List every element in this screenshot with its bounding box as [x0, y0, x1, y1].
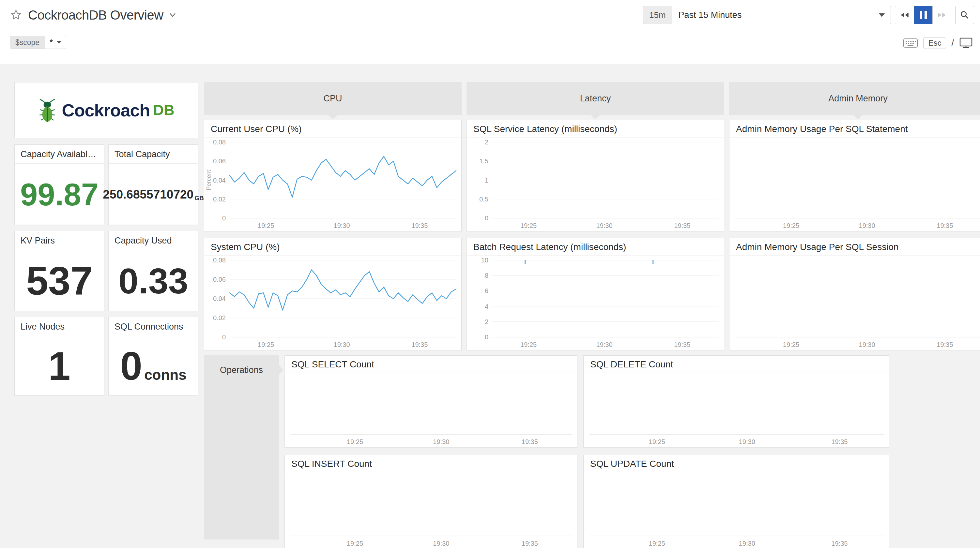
rewind-icon [900, 12, 910, 18]
svg-text:19:30: 19:30 [597, 341, 612, 348]
cockroachdb-logo-card[interactable]: Cockroach DB [14, 82, 198, 138]
chart-batch-request-latency[interactable]: Batch Request Latency (milliseconds) 108… [466, 238, 724, 351]
svg-text:1.5: 1.5 [479, 157, 488, 165]
svg-text:0.08: 0.08 [213, 257, 226, 264]
pause-button[interactable] [914, 6, 932, 24]
tv-mode-icon[interactable] [959, 37, 973, 49]
stat-kv-pairs[interactable]: KV Pairs 537 [14, 231, 104, 311]
svg-text:0.5: 0.5 [479, 195, 488, 203]
scope-variable-value-text: * [49, 38, 52, 47]
chart-system-cpu[interactable]: System CPU (%) 0.080.060.040.02019:2519:… [204, 238, 461, 351]
chart-plot-area[interactable]: 19:2519:3019:35 [285, 472, 577, 548]
cockroach-bug-icon [38, 98, 56, 122]
fast-forward-button[interactable] [932, 6, 951, 24]
rewind-button[interactable] [895, 6, 914, 24]
stat-unit: GB [194, 195, 204, 202]
chart-title: SQL UPDATE Count [584, 455, 889, 472]
playback-buttons [895, 6, 951, 24]
stat-total-capacity[interactable]: Total Capacity 250.6855710720GB [108, 145, 198, 225]
svg-text:19:35: 19:35 [674, 222, 690, 229]
magnifier-icon [960, 10, 969, 19]
stat-live-nodes[interactable]: Live Nodes 1 [14, 317, 104, 396]
chart-plot-area[interactable]: 21.510.5019:2519:3019:35 [467, 138, 724, 231]
svg-text:6: 6 [485, 287, 488, 294]
svg-text:19:25: 19:25 [783, 341, 799, 348]
time-range-caret-icon [879, 13, 885, 17]
dashboard-title[interactable]: CockroachDB Overview [28, 8, 164, 22]
svg-text:19:30: 19:30 [597, 222, 612, 229]
group-header-operations[interactable]: Operations [204, 355, 279, 540]
stat-title: Capacity Available... [15, 145, 104, 164]
chart-plot-area[interactable]: 19:2519:3019:35 [584, 373, 889, 447]
chart-sql-service-latency[interactable]: SQL Service Latency (milliseconds) 21.51… [466, 120, 724, 232]
chart-plot-area[interactable]: 0.080.060.040.02019:2519:3019:35 [204, 256, 461, 350]
svg-text:Percent: Percent [205, 170, 212, 190]
chart-plot-area[interactable]: 19:2519:3019:35 [729, 256, 980, 350]
svg-text:19:30: 19:30 [739, 438, 755, 445]
svg-text:19:35: 19:35 [831, 540, 848, 547]
svg-text:19:25: 19:25 [258, 341, 274, 348]
group-header-latency[interactable]: Latency [466, 82, 724, 115]
svg-text:19:25: 19:25 [258, 222, 274, 229]
scope-variable-value[interactable]: * [45, 36, 65, 49]
svg-text:19:30: 19:30 [739, 540, 755, 547]
svg-text:19:30: 19:30 [334, 222, 350, 229]
template-variable-row: $scope * Esc / [0, 30, 980, 64]
stat-sql-connections[interactable]: SQL Connections 0 conns [108, 317, 198, 396]
chart-sql-select-count[interactable]: SQL SELECT Count 19:2519:3019:35 [285, 355, 578, 448]
zoom-button[interactable] [955, 6, 974, 24]
stat-capacity-available[interactable]: Capacity Available... 99.87 [14, 145, 104, 225]
chart-plot-area[interactable]: 19:2519:3019:35 [285, 373, 577, 447]
chart-current-user-cpu[interactable]: Current User CPU (%) 0.080.060.040.02019… [204, 120, 461, 232]
svg-text:19:30: 19:30 [433, 438, 449, 445]
svg-text:19:35: 19:35 [674, 341, 690, 348]
chart-plot-area[interactable]: 108642019:2519:3019:35 [467, 256, 724, 350]
chart-admin-memory-session[interactable]: Admin Memory Usage Per SQL Session 19:25… [729, 238, 980, 351]
svg-text:19:30: 19:30 [334, 341, 350, 348]
group-header-label: Operations [220, 365, 263, 540]
time-controls: 15m Past 15 Minutes [643, 6, 974, 24]
group-header-admin-memory[interactable]: Admin Memory [729, 82, 980, 115]
svg-text:8: 8 [485, 272, 488, 279]
svg-text:19:30: 19:30 [859, 222, 875, 229]
svg-text:2: 2 [485, 138, 488, 146]
chart-plot-area[interactable]: 19:2519:3019:35 [729, 138, 980, 231]
stat-title: Capacity Used [109, 231, 198, 250]
title-chevron-down-icon[interactable] [169, 13, 177, 17]
logo-brand-text: Cockroach [62, 100, 150, 120]
chart-title: SQL INSERT Count [285, 455, 577, 472]
esc-key-hint: Esc [923, 37, 946, 49]
chart-title: Admin Memory Usage Per SQL Statement [729, 120, 980, 138]
chart-title: SQL DELETE Count [584, 356, 889, 373]
svg-text:0.06: 0.06 [213, 157, 226, 165]
chart-plot-area[interactable]: 0.080.060.040.02019:2519:3019:35Percent [204, 138, 461, 231]
chart-sql-update-count[interactable]: SQL UPDATE Count 19:2519:3019:35 [583, 455, 889, 548]
chart-plot-area[interactable]: 19:2519:3019:35 [584, 472, 889, 548]
svg-text:19:35: 19:35 [522, 540, 538, 547]
svg-text:0: 0 [222, 334, 226, 341]
keyboard-icon[interactable] [903, 38, 918, 48]
svg-text:19:35: 19:35 [411, 341, 428, 348]
chart-sql-delete-count[interactable]: SQL DELETE Count 19:2519:3019:35 [583, 355, 889, 448]
stat-title: Total Capacity [109, 145, 198, 164]
stat-value: 537 [26, 258, 93, 304]
time-range-badge: 15m [643, 6, 672, 24]
svg-text:19:35: 19:35 [831, 438, 848, 445]
svg-text:0.02: 0.02 [213, 195, 226, 203]
time-range-select[interactable]: 15m Past 15 Minutes [643, 6, 891, 24]
stat-unit: conns [144, 367, 187, 383]
svg-text:0: 0 [485, 214, 488, 222]
group-header-cpu[interactable]: CPU [204, 82, 461, 115]
scope-variable-name: $scope [10, 36, 45, 49]
chart-admin-memory-statement[interactable]: Admin Memory Usage Per SQL Statement 19:… [729, 120, 980, 232]
svg-text:19:35: 19:35 [411, 222, 428, 229]
svg-text:19:35: 19:35 [937, 222, 953, 229]
stat-capacity-used[interactable]: Capacity Used 0.33 [108, 231, 198, 311]
svg-text:19:25: 19:25 [649, 540, 665, 547]
scope-variable-select[interactable]: $scope * [10, 36, 66, 49]
title-row: CockroachDB Overview 15m Past 15 Minutes [0, 0, 980, 30]
svg-text:0.08: 0.08 [213, 138, 226, 146]
stat-value: 0 conns [120, 343, 186, 389]
chart-sql-insert-count[interactable]: SQL INSERT Count 19:2519:3019:35 [285, 455, 578, 548]
favorite-star-icon[interactable] [10, 9, 22, 21]
